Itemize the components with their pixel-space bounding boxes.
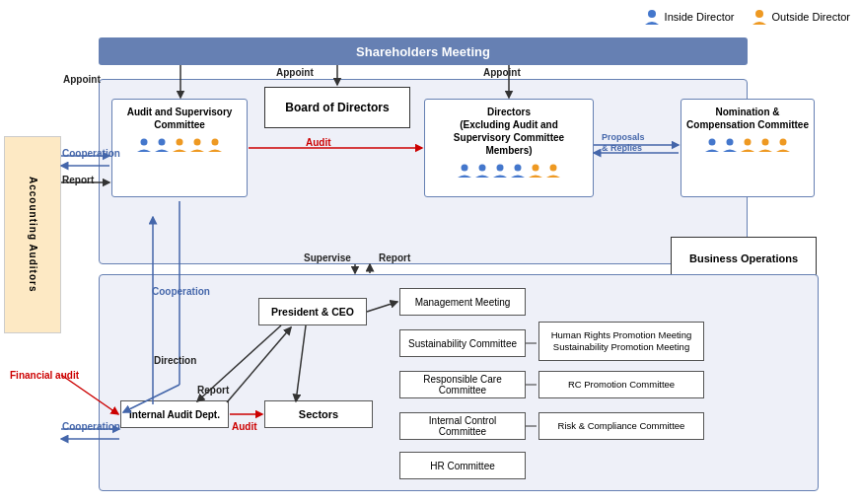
direction-label: Direction <box>154 355 196 366</box>
nomination-persons <box>704 137 791 153</box>
person-icon-outside1 <box>172 137 187 153</box>
shareholders-meeting: Shareholders Meeting <box>99 37 748 65</box>
svg-point-13 <box>709 139 716 146</box>
nom-inside1 <box>704 137 720 153</box>
svg-point-14 <box>727 139 734 146</box>
legend: Inside Director Outside Director <box>643 8 850 26</box>
report-ops-label: Report <box>197 385 229 396</box>
management-meeting: Management Meeting <box>399 288 526 316</box>
inside-director-legend: Inside Director <box>643 8 735 26</box>
outside-director-icon <box>751 8 768 26</box>
report-supervise-label: Report <box>379 252 410 263</box>
svg-point-11 <box>533 165 539 172</box>
proposals-replies-label: Proposals& Replies <box>602 132 645 154</box>
person-icon-outside2 <box>189 137 205 153</box>
directors-title: Directors (Excluding Audit and Superviso… <box>429 106 589 157</box>
audit-ops-label: Audit <box>232 421 257 432</box>
supervise-label: Supervise <box>304 252 351 263</box>
director-inside3 <box>492 163 508 179</box>
cooperation-label-top: Cooperation <box>62 148 120 159</box>
outside-director-label: Outside Director <box>772 11 850 23</box>
diagram-container: Inside Director Outside Director Shareho… <box>0 0 860 504</box>
report-label-top: Report <box>62 175 94 185</box>
director-inside1 <box>457 163 472 179</box>
nom-outside1 <box>740 137 755 153</box>
nomination-compensation-committee: Nomination & Compensation Committee <box>681 99 815 197</box>
person-icon-inside2 <box>154 137 170 153</box>
director-outside2 <box>545 163 561 179</box>
svg-point-7 <box>462 165 468 172</box>
svg-point-2 <box>141 139 148 146</box>
svg-point-4 <box>177 139 183 146</box>
internal-audit-dept: Internal Audit Dept. <box>120 400 229 428</box>
audit-label-main: Audit <box>306 137 331 148</box>
svg-point-1 <box>755 10 763 18</box>
svg-point-6 <box>212 139 219 146</box>
inside-director-icon <box>643 8 661 26</box>
director-inside2 <box>474 163 490 179</box>
person-icon-outside3 <box>207 137 223 153</box>
appoint-label-2: Appoint <box>276 67 314 78</box>
svg-point-17 <box>780 139 787 146</box>
outside-director-legend: Outside Director <box>751 8 850 26</box>
board-of-directors: Board of Directors <box>264 87 410 128</box>
nom-outside2 <box>757 137 773 153</box>
directors-box: Directors (Excluding Audit and Superviso… <box>424 99 594 197</box>
appoint-label-3: Appoint <box>483 67 521 78</box>
director-outside1 <box>528 163 543 179</box>
audit-supervisory-committee: Audit and Supervisory Committee <box>111 99 248 197</box>
inside-director-label: Inside Director <box>665 11 735 23</box>
accounting-auditors: Accounting Auditors <box>4 136 61 333</box>
svg-point-10 <box>515 165 522 172</box>
svg-point-0 <box>648 10 656 18</box>
svg-point-12 <box>550 165 557 172</box>
hr-committee: HR Committee <box>399 452 526 479</box>
nom-inside2 <box>722 137 738 153</box>
svg-point-9 <box>497 165 504 172</box>
responsible-care-committee: Responsible Care Committee <box>399 371 526 398</box>
svg-point-3 <box>159 139 166 146</box>
audit-supervisory-persons <box>136 137 223 153</box>
rc-promotion-committee: RC Promotion Committee <box>538 371 704 398</box>
director-inside4 <box>510 163 526 179</box>
svg-point-16 <box>762 139 769 146</box>
svg-point-5 <box>194 139 201 146</box>
financial-audit-label: Financial audit <box>10 370 79 381</box>
nom-outside3 <box>775 137 791 153</box>
internal-control-committee: Internal Control Committee <box>399 412 526 440</box>
directors-persons <box>457 163 561 179</box>
president-ceo: President & CEO <box>258 298 367 325</box>
svg-point-8 <box>479 165 486 172</box>
sectors-box: Sectors <box>264 400 373 428</box>
appoint-label-1: Appoint <box>63 74 101 85</box>
cooperation-label-bottom: Cooperation <box>152 286 210 297</box>
human-rights-sustainability-meeting: Human Rights Promotion Meeting Sustainab… <box>538 322 704 361</box>
risk-compliance-committee: Risk & Compliance Committee <box>538 412 704 440</box>
cooperation-bottom-label: Cooperation <box>62 421 120 432</box>
svg-point-15 <box>745 139 752 146</box>
person-icon-inside1 <box>136 137 152 153</box>
sustainability-committee: Sustainability Committee <box>399 329 526 357</box>
